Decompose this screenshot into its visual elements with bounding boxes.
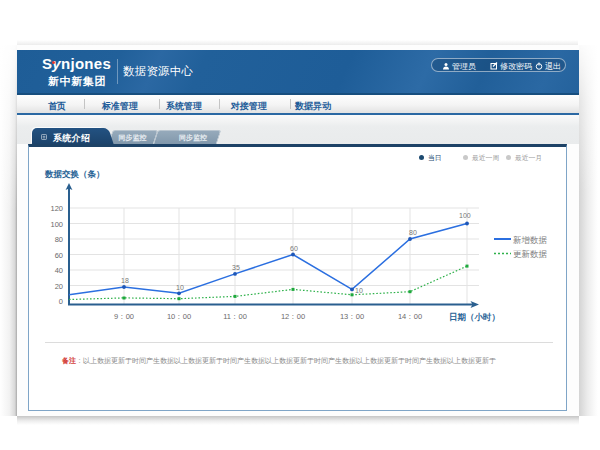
svg-text:13：00: 13：00 bbox=[340, 312, 364, 321]
svg-text:日期（小时）: 日期（小时） bbox=[449, 312, 500, 322]
svg-text:80: 80 bbox=[409, 229, 417, 236]
svg-text:60: 60 bbox=[290, 245, 298, 252]
svg-text:11：00: 11：00 bbox=[223, 312, 247, 321]
svg-text:14：00: 14：00 bbox=[398, 312, 422, 321]
svg-text:80: 80 bbox=[55, 235, 63, 244]
svg-text:100: 100 bbox=[459, 212, 471, 219]
svg-text:0: 0 bbox=[59, 297, 63, 306]
svg-text:12：00: 12：00 bbox=[281, 312, 305, 321]
svg-text:更新数据: 更新数据 bbox=[513, 249, 548, 259]
svg-text:120: 120 bbox=[50, 204, 63, 213]
svg-text:10: 10 bbox=[355, 287, 363, 294]
svg-text:数据交换（条）: 数据交换（条） bbox=[44, 169, 105, 179]
svg-text:9：00: 9：00 bbox=[114, 312, 134, 321]
svg-text:40: 40 bbox=[55, 266, 63, 275]
svg-text:20: 20 bbox=[55, 282, 63, 291]
svg-text:35: 35 bbox=[232, 264, 240, 271]
svg-text:60: 60 bbox=[55, 251, 63, 260]
svg-text:10: 10 bbox=[176, 284, 184, 291]
svg-text:100: 100 bbox=[50, 220, 63, 229]
svg-text:新增数据: 新增数据 bbox=[513, 235, 548, 245]
svg-text:18: 18 bbox=[121, 277, 129, 284]
svg-text:10：00: 10：00 bbox=[167, 312, 191, 321]
